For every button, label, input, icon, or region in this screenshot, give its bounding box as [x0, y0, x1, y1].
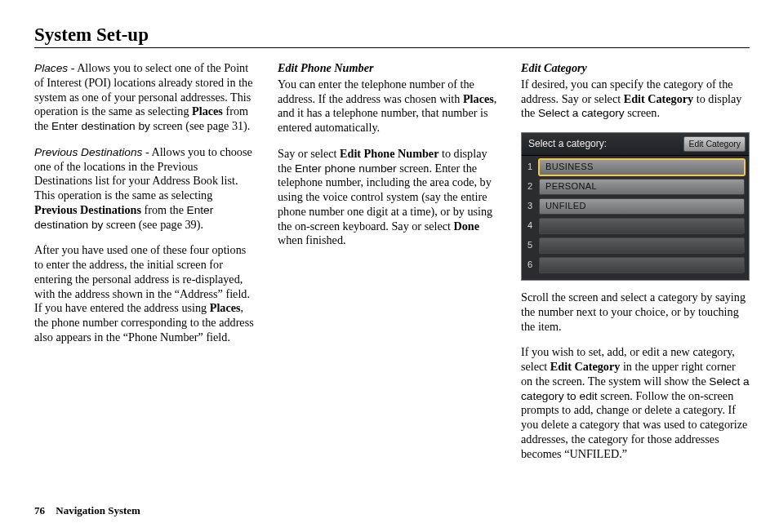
screen-rows: 1 BUSINESS 2 PERSONAL 3 UNFILED 4 5: [522, 156, 749, 280]
category-row: 1 BUSINESS: [526, 158, 745, 176]
cat-p1: If desired, you can specify the category…: [521, 78, 750, 121]
category-row: 4: [526, 217, 745, 235]
prev-text3: screen (see page 39).: [103, 218, 203, 231]
places-paragraph: Places - Allows you to select one of the…: [34, 61, 256, 134]
category-item-unfiled[interactable]: UNFILED: [539, 198, 745, 215]
category-row: 3 UNFILED: [526, 197, 745, 215]
p1a: You can enter the telephone number of th…: [278, 78, 474, 105]
after-paragraph: After you have used one of these four op…: [34, 243, 256, 344]
previous-destinations-paragraph: Previous Destinations - Allows you to ch…: [34, 145, 256, 233]
category-row: 5: [526, 237, 745, 255]
category-item-empty[interactable]: [539, 257, 745, 273]
c3p1c: screen.: [625, 106, 660, 119]
edit-phone-heading: Edit Phone Number: [278, 61, 500, 76]
c3p1-bold: Edit Category: [624, 92, 694, 105]
nav-screen: Select a category: Edit Category 1 BUSIN…: [521, 132, 750, 281]
places-label: Places: [34, 62, 68, 74]
p2a: Say or select: [278, 147, 340, 160]
prev-text2: from the: [141, 203, 187, 216]
p2-bold: Edit Phone Number: [340, 147, 438, 160]
prev-bold: Previous Destinations: [34, 203, 141, 216]
footer-label: Navigation System: [56, 504, 140, 516]
cat-p2: Scroll the screen and select a category …: [521, 290, 750, 334]
phone-p2: Say or select Edit Phone Number to displ…: [278, 147, 500, 248]
edit-category-heading: Edit Category: [521, 61, 750, 76]
p1-places: Places: [463, 92, 494, 105]
category-item-business[interactable]: BUSINESS: [539, 159, 745, 175]
enter-phone-number: Enter phone number: [295, 162, 397, 175]
content-columns: Places - Allows you to select one of the…: [34, 61, 750, 472]
category-item-empty[interactable]: [539, 218, 745, 234]
places-bold: Places: [192, 104, 223, 117]
c3p3-bold: Edit Category: [550, 360, 621, 373]
category-item-empty[interactable]: [539, 237, 745, 254]
column-2: Edit Phone Number You can enter the tele…: [278, 61, 500, 472]
page-number: 76: [34, 504, 45, 516]
p2d: when finished.: [278, 233, 346, 246]
row-number: 3: [526, 201, 539, 212]
column-3: Edit Category If desired, you can specif…: [521, 61, 750, 472]
screen-title: Select a category:: [528, 138, 607, 150]
row-number: 4: [526, 220, 539, 232]
edit-category-button[interactable]: Edit Category: [683, 136, 746, 152]
row-number: 1: [526, 162, 539, 173]
cat-p3: If you wish to set, add, or edit a new c…: [521, 345, 750, 461]
phone-p1: You can enter the telephone number of th…: [278, 78, 500, 135]
screen-header: Select a category: Edit Category: [522, 133, 749, 156]
category-row: 2 PERSONAL: [526, 178, 745, 196]
enter-destination-by: Enter destination by: [51, 120, 150, 132]
page-title: System Set-up: [34, 24, 750, 48]
column-1: Places - Allows you to select one of the…: [34, 61, 256, 472]
page-footer: 76 Navigation System: [34, 504, 140, 517]
row-number: 6: [526, 259, 539, 271]
row-number: 5: [526, 240, 539, 251]
category-item-personal[interactable]: PERSONAL: [539, 179, 745, 195]
select-a-category: Select a category: [538, 107, 625, 119]
prev-dest-label: Previous Destinations: [34, 146, 142, 158]
category-row: 6: [526, 256, 745, 274]
places-text3: screen (see page 31).: [150, 119, 251, 132]
done-bold: Done: [454, 219, 480, 233]
row-number: 2: [526, 181, 539, 193]
p3-places: Places: [210, 301, 241, 314]
